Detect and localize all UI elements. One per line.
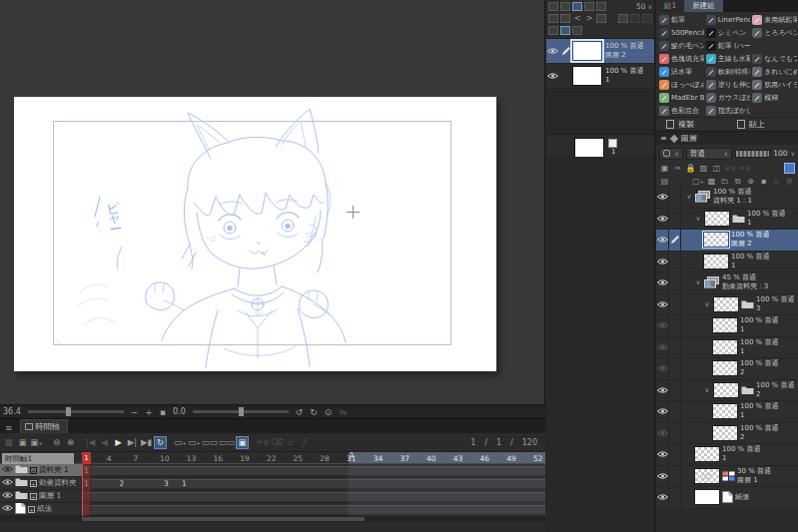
brush-item[interactable]: 500Pencil	[657, 28, 704, 38]
layer-row[interactable]: 100 % 普通圖層 2	[656, 230, 798, 252]
blend-mode-dropdown[interactable]: 普通∨	[686, 148, 732, 160]
new-timeline-icon[interactable]: ▣	[16, 436, 29, 449]
brush-item[interactable]: きれいにぬ	[750, 67, 797, 77]
visibility-eye-icon[interactable]	[546, 47, 559, 55]
layer-row[interactable]: 100 % 普通1	[656, 401, 798, 423]
edit-cel-icon[interactable]: ✑∨	[256, 436, 269, 449]
visibility-eye-icon[interactable]	[656, 380, 669, 401]
transfer-layer-icon[interactable]: ⧉	[732, 176, 743, 187]
brush-item[interactable]: とろろペン	[750, 28, 797, 38]
visibility-eye-icon[interactable]	[656, 230, 669, 251]
brush-item[interactable]: LinerPencil	[704, 15, 751, 25]
next-cel-icon[interactable]: >	[584, 14, 594, 23]
new-cel-icon[interactable]	[548, 14, 558, 23]
brush-item[interactable]: 軟刷(特殊毛)	[704, 67, 751, 77]
reset-rotation-icon[interactable]: ⊙	[325, 407, 333, 417]
expand-arrow-icon[interactable]: ∨	[694, 215, 702, 223]
expand-plus-icon[interactable]: +	[30, 493, 37, 500]
layer-thumbnail[interactable]	[694, 446, 720, 462]
layer-thumbnail-mode-dropdown[interactable]: ∨	[659, 148, 683, 160]
go-first-frame-icon[interactable]: |◀	[84, 436, 97, 449]
layer-thumbnail[interactable]	[703, 232, 729, 248]
new-folder-icon[interactable]: 🗀	[719, 176, 730, 187]
layer-row[interactable]: 30 % 普通圖層 1	[656, 466, 798, 488]
opacity-value[interactable]: 100	[773, 149, 787, 158]
layer-color-icon[interactable]	[784, 163, 795, 174]
lock-layer-icon[interactable]: 🔒	[685, 163, 696, 174]
zoom-in-timeline-icon[interactable]: ⊕	[64, 436, 77, 449]
effect-dropdown-icon[interactable]: ✑∨	[739, 163, 752, 174]
layer-row[interactable]: 100 % 普通1	[656, 337, 798, 359]
zoom-in-button[interactable]: +	[145, 407, 153, 417]
brush-item[interactable]: MadEbr Bru	[657, 93, 704, 103]
expand-arrow-icon[interactable]: ∨	[703, 386, 711, 394]
canvas-viewport[interactable]: ピャー	[0, 0, 545, 404]
zoom-out-timeline-icon[interactable]: ⊖	[50, 436, 63, 449]
new-layer-icon[interactable]: ▢₊	[692, 176, 704, 187]
tab-timeline[interactable]: 時間軸	[20, 419, 68, 433]
expand-plus-icon[interactable]: +	[30, 480, 37, 487]
visibility-eye-icon[interactable]	[546, 72, 559, 80]
track-label[interactable]: +圖層 1	[0, 490, 82, 502]
layer-row[interactable]: ∨100 % 普通3	[656, 294, 798, 316]
visibility-eye-icon[interactable]	[656, 209, 669, 230]
layer-thumbnail[interactable]	[694, 489, 720, 505]
layer-row[interactable]: ∨100 % 普通2	[656, 380, 798, 402]
visibility-eye-icon[interactable]	[2, 478, 13, 488]
palette-grid-icon[interactable]	[548, 2, 558, 11]
cel-row[interactable]: 100 % 普通1	[546, 64, 654, 89]
brush-item[interactable]: 鉛筆	[657, 15, 704, 25]
brush-item[interactable]: 髪の毛ペン	[657, 41, 704, 51]
clip-to-layer-icon[interactable]: ▣	[659, 163, 670, 174]
new-cel-icon[interactable]: ▭₊	[174, 436, 187, 449]
playhead-line[interactable]	[82, 464, 91, 516]
merge-layer-icon[interactable]: ⊕	[745, 176, 756, 187]
cel-row[interactable]: 100 % 普通圖層 2	[546, 39, 654, 64]
rotation-slider[interactable]	[193, 410, 289, 413]
fit-to-screen-button[interactable]: ▪	[160, 407, 166, 417]
track-label[interactable]: +資料夾 1	[0, 464, 82, 476]
mask-icon[interactable]: ▫	[771, 176, 782, 187]
layer-thumbnail[interactable]	[712, 425, 738, 441]
visibility-eye-icon[interactable]	[2, 504, 13, 514]
layer-row[interactable]: 100 % 普通2	[656, 423, 798, 445]
visibility-eye-icon[interactable]	[656, 294, 669, 315]
expand-arrow-icon[interactable]: ∨	[694, 278, 702, 286]
open-folder-icon[interactable]	[618, 14, 628, 23]
visibility-eye-icon[interactable]	[656, 401, 669, 422]
brush-item[interactable]: 沾水筆	[657, 67, 704, 77]
eyelash-icon[interactable]	[560, 2, 570, 11]
brush-item[interactable]: シミペン	[704, 28, 751, 38]
canvas-page[interactable]: ピャー	[14, 97, 496, 371]
brush-item[interactable]: 色彩混合	[657, 106, 704, 116]
cel-thumbnail[interactable]	[572, 41, 602, 61]
brush-item[interactable]: なんでもブ	[750, 54, 797, 64]
select-range-icon[interactable]: ▱	[284, 436, 297, 449]
expand-plus-icon[interactable]: +	[30, 467, 37, 474]
layer-thumbnail[interactable]	[712, 339, 738, 355]
cel-number[interactable]: 3	[164, 479, 169, 488]
brush-item[interactable]: 肌用ハイラ	[750, 80, 797, 90]
brush-item[interactable]: 主線も水彩	[704, 54, 751, 64]
expand-plus-icon[interactable]: +	[28, 506, 35, 513]
zoom-slider[interactable]	[28, 410, 124, 413]
onion-opacity-value[interactable]: 50	[636, 2, 646, 11]
brush-item[interactable]: 鉛筆 (ハー	[704, 41, 751, 51]
film-icon[interactable]: ▦	[2, 436, 15, 449]
playhead[interactable]: 1	[82, 452, 91, 464]
visibility-eye-icon[interactable]	[656, 487, 669, 508]
duplicate-icon[interactable]	[630, 14, 640, 23]
layer-thumbnail[interactable]	[712, 403, 738, 419]
cel-number[interactable]: 1	[182, 479, 187, 488]
paste-button[interactable]: 貼上	[727, 119, 798, 130]
layer-thumbnail[interactable]	[694, 468, 720, 484]
visibility-eye-icon[interactable]	[656, 423, 669, 444]
specify-cel-icon[interactable]: ▭₊	[188, 436, 201, 449]
play-icon[interactable]: ▶	[112, 436, 125, 449]
visibility-eye-icon[interactable]	[656, 358, 669, 379]
rotate-left-icon[interactable]: ↺	[296, 407, 304, 417]
brush-item[interactable]: 模糊	[750, 93, 797, 103]
layer-row[interactable]: 100 % 普通1	[656, 315, 798, 337]
brush-item[interactable]: 畫用紙鉛筆	[750, 15, 797, 25]
brush-item[interactable]: ガウスぼか	[704, 93, 751, 103]
